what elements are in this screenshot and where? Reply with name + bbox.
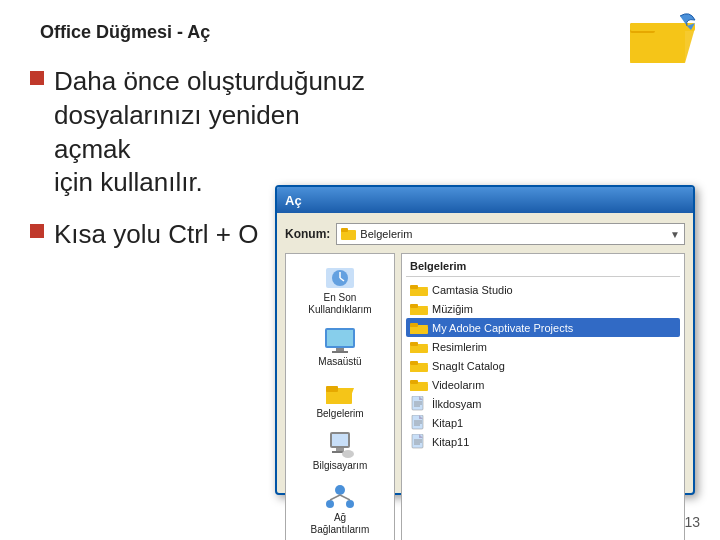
file-item-snagit[interactable]: SnagIt Catalog xyxy=(406,356,680,375)
documents-folder-icon xyxy=(324,378,356,406)
folder-icon-selected xyxy=(410,320,428,335)
svg-line-26 xyxy=(330,495,340,500)
svg-rect-12 xyxy=(327,330,353,346)
dialog-title: Aç xyxy=(285,193,302,208)
svg-rect-38 xyxy=(410,345,428,353)
svg-rect-44 xyxy=(410,383,428,391)
left-item-desktop[interactable]: Masaüstü xyxy=(288,322,392,372)
captivate-label: My Adobe Captivate Projects xyxy=(432,322,573,334)
file-item-captivate[interactable]: My Adobe Captivate Projects xyxy=(406,318,680,337)
file-item-kitap11[interactable]: Kitap11 xyxy=(406,432,680,451)
left-item-network[interactable]: AğBağlantılarım xyxy=(288,478,392,540)
file-item-camtasia[interactable]: Camtasia Studio xyxy=(406,280,680,299)
svg-rect-30 xyxy=(410,285,418,289)
left-item-documents-label: Belgelerim xyxy=(316,408,363,420)
svg-rect-16 xyxy=(326,390,352,404)
open-dialog: Aç Konum: Belgelerim ▼ xyxy=(275,185,695,495)
svg-point-24 xyxy=(326,500,334,508)
slide: Office Düğmesi - Aç Daha önce oluşturduğ… xyxy=(0,0,720,540)
svg-rect-42 xyxy=(410,361,418,365)
svg-rect-29 xyxy=(410,288,428,296)
file-item-kitap1[interactable]: Kitap1 xyxy=(406,413,680,432)
top-right-folder-icon xyxy=(620,8,710,68)
konum-dropdown[interactable]: Belgelerim ▼ xyxy=(336,223,685,245)
svg-rect-35 xyxy=(410,326,428,334)
svg-point-22 xyxy=(342,450,354,458)
konum-chevron-icon: ▼ xyxy=(670,229,680,240)
left-item-recent-label: En SonKullandıklarım xyxy=(308,292,371,316)
file-item-muzigim[interactable]: Müziğim xyxy=(406,299,680,318)
svg-rect-33 xyxy=(410,304,418,308)
svg-rect-46 xyxy=(412,396,423,410)
left-item-recent[interactable]: En SonKullandıklarım xyxy=(288,258,392,320)
dialog-main: En SonKullandıklarım Masaüstü xyxy=(285,253,685,540)
svg-rect-17 xyxy=(326,386,338,392)
svg-rect-39 xyxy=(410,342,418,346)
network-icon xyxy=(324,482,356,510)
svg-rect-20 xyxy=(336,448,344,451)
folder-icon xyxy=(410,377,428,392)
left-item-documents[interactable]: Belgelerim xyxy=(288,374,392,424)
svg-rect-51 xyxy=(412,415,423,429)
left-panel: En SonKullandıklarım Masaüstü xyxy=(285,253,395,540)
bullet-square-2 xyxy=(30,224,44,238)
svg-point-25 xyxy=(346,500,354,508)
svg-point-23 xyxy=(335,485,345,495)
recent-icon xyxy=(324,262,356,290)
dialog-konum-row: Konum: Belgelerim ▼ xyxy=(285,223,685,245)
svg-rect-45 xyxy=(410,380,418,384)
file-item-videolarim[interactable]: Videolarım xyxy=(406,375,680,394)
file-icon xyxy=(410,434,428,449)
svg-rect-6 xyxy=(341,228,348,232)
dialog-body: Konum: Belgelerim ▼ xyxy=(277,213,693,493)
svg-rect-1 xyxy=(630,30,685,63)
slide-title: Office Düğmesi - Aç xyxy=(40,22,210,43)
left-item-network-label: AğBağlantılarım xyxy=(311,512,370,536)
file-icon xyxy=(410,415,428,430)
folder-icon xyxy=(410,301,428,316)
computer-icon xyxy=(324,430,356,458)
right-panel-header: Belgelerim xyxy=(406,258,680,277)
svg-rect-41 xyxy=(410,364,428,372)
folder-icon xyxy=(410,282,428,297)
bullet-item-1: Daha önce oluşturduğunuzdosyalarınızı ye… xyxy=(30,65,370,200)
svg-line-27 xyxy=(340,495,350,500)
konum-value: Belgelerim xyxy=(360,228,670,240)
file-icon xyxy=(410,396,428,411)
svg-rect-3 xyxy=(630,23,695,31)
bullet-square-1 xyxy=(30,71,44,85)
svg-rect-19 xyxy=(332,434,348,446)
folder-icon xyxy=(410,339,428,354)
left-item-computer[interactable]: Bilgisayarım xyxy=(288,426,392,476)
page-number: 13 xyxy=(684,514,700,530)
left-item-desktop-label: Masaüstü xyxy=(318,356,361,368)
svg-rect-14 xyxy=(332,351,348,353)
konum-label: Konum: xyxy=(285,227,330,241)
right-panel: Belgelerim Camtasia Studio xyxy=(401,253,685,540)
file-item-resimlerim[interactable]: Resimlerim xyxy=(406,337,680,356)
svg-rect-56 xyxy=(412,434,423,448)
file-item-ilkdosyam[interactable]: İlkdosyam xyxy=(406,394,680,413)
folder-icon xyxy=(410,358,428,373)
bullet-text-2: Kısa yolu Ctrl + O xyxy=(54,218,258,252)
bullet-text-1: Daha önce oluşturduğunuzdosyalarınızı ye… xyxy=(54,65,370,200)
svg-rect-36 xyxy=(410,323,418,327)
svg-rect-32 xyxy=(410,307,428,315)
dialog-titlebar: Aç xyxy=(277,187,693,213)
desktop-icon xyxy=(324,326,356,354)
left-item-computer-label: Bilgisayarım xyxy=(313,460,367,472)
